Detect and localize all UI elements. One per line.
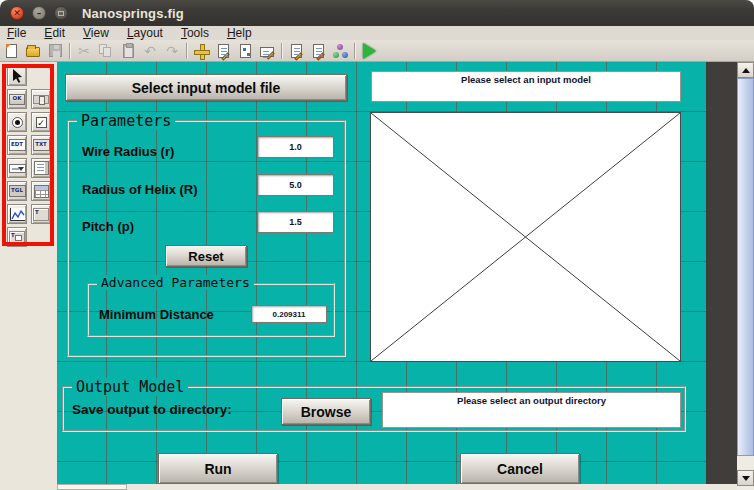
edit-text-tool-button[interactable]: EDT xyxy=(7,135,27,155)
menu-view[interactable]: View xyxy=(74,26,118,40)
tab-order-editor-icon[interactable] xyxy=(234,41,256,61)
up-arrow-icon xyxy=(742,68,750,73)
save-output-label: Save output to directory: xyxy=(72,402,232,417)
listbox-icon xyxy=(34,161,49,175)
layout-canvas: Select input model file Please select an… xyxy=(57,62,706,490)
save-figure-icon[interactable] xyxy=(44,41,66,61)
horizontal-scrollbar[interactable] xyxy=(57,484,737,490)
down-arrow-icon xyxy=(742,476,750,481)
browse-button[interactable]: Browse xyxy=(281,398,371,425)
run-icon[interactable] xyxy=(358,41,380,61)
reset-button[interactable]: Reset xyxy=(165,245,247,267)
pitch-input[interactable] xyxy=(257,211,334,233)
pitch-label: Pitch (p) xyxy=(82,219,134,234)
advanced-parameters-title: Advanced Parameters xyxy=(97,275,254,290)
toolbar-separator xyxy=(354,43,355,59)
cursor-arrow-icon xyxy=(11,69,24,83)
panel-tool-button[interactable]: T xyxy=(31,204,51,224)
close-icon[interactable]: ✕ xyxy=(10,6,24,20)
wire-radius-label: Wire Radius (r) xyxy=(82,144,174,159)
copy-icon[interactable] xyxy=(95,41,117,61)
menu-layout[interactable]: Layout xyxy=(118,26,172,40)
table-icon xyxy=(34,185,49,198)
popup-menu-icon xyxy=(9,164,26,173)
scroll-down-button[interactable] xyxy=(737,470,754,486)
run-button[interactable]: Run xyxy=(158,453,278,484)
menu-edit[interactable]: Edit xyxy=(35,26,74,40)
checkbox-icon: ✓ xyxy=(36,117,47,128)
preview-axes[interactable] xyxy=(370,112,681,362)
advanced-parameters-panel: Advanced Parameters Minimum Distance xyxy=(87,283,335,337)
helix-radius-input[interactable] xyxy=(257,174,334,196)
minimum-distance-label: Minimum Distance xyxy=(99,307,214,322)
check-box-tool-button[interactable]: ✓ xyxy=(31,112,51,132)
select-tool-button[interactable] xyxy=(7,66,27,86)
table-tool-button[interactable] xyxy=(31,181,51,201)
static-text-tool-button[interactable]: TXT xyxy=(31,135,51,155)
window-title: Nanosprings.fig xyxy=(82,6,184,21)
radio-icon xyxy=(12,117,23,128)
toolbar-separator xyxy=(281,43,282,59)
radio-button-tool-button[interactable] xyxy=(7,112,27,132)
menu-file[interactable]: File xyxy=(0,26,35,40)
offcanvas-area xyxy=(706,62,737,490)
undo-icon[interactable]: ↶ xyxy=(139,41,161,61)
cut-icon[interactable]: ✂ xyxy=(73,41,95,61)
input-model-status-text: Please select an input model xyxy=(371,71,681,102)
guide-window: ✕ – Nanosprings.fig File Edit View Layou… xyxy=(0,0,754,490)
popup-menu-tool-button[interactable] xyxy=(7,158,27,178)
redo-icon[interactable]: ↷ xyxy=(161,41,183,61)
toolbar-separator xyxy=(69,43,70,59)
cancel-button[interactable]: Cancel xyxy=(460,453,580,484)
vertical-scrollbar[interactable] xyxy=(737,62,754,490)
toolbar: ✂ ↶ ↷ xyxy=(0,40,754,62)
palette-spacer xyxy=(31,66,51,86)
toolbar-separator xyxy=(186,43,187,59)
horizontal-scrollbar-thumb[interactable] xyxy=(57,484,127,490)
paste-icon[interactable] xyxy=(117,41,139,61)
listbox-tool-button[interactable] xyxy=(31,158,51,178)
property-inspector-icon[interactable] xyxy=(307,41,329,61)
titlebar: ✕ – Nanosprings.fig xyxy=(0,0,754,26)
menu-editor-icon[interactable] xyxy=(212,41,234,61)
open-figure-icon[interactable] xyxy=(22,41,44,61)
mfile-editor-icon[interactable] xyxy=(285,41,307,61)
output-model-panel: Output Model Save output to directory: B… xyxy=(62,386,686,432)
scroll-up-button[interactable] xyxy=(737,62,754,78)
button-group-tool-button[interactable]: T xyxy=(7,227,27,247)
minimize-icon[interactable]: – xyxy=(32,6,46,20)
minimum-distance-input[interactable] xyxy=(251,305,327,323)
helix-radius-label: Radius of Helix (R) xyxy=(82,182,198,197)
slider-tool-button[interactable] xyxy=(31,89,51,109)
menubar: File Edit View Layout Tools Help xyxy=(0,26,754,40)
push-button-tool-button[interactable]: OK xyxy=(7,89,27,109)
output-model-title: Output Model xyxy=(72,378,188,396)
object-browser-icon[interactable] xyxy=(329,41,351,61)
output-directory-status-text: Please select an output directory xyxy=(382,392,681,428)
align-objects-icon[interactable] xyxy=(190,41,212,61)
wire-radius-input[interactable] xyxy=(257,136,334,158)
axes-tool-button[interactable] xyxy=(7,204,27,224)
parameters-panel: Parameters Wire Radius (r) Radius of Hel… xyxy=(67,120,346,357)
new-figure-icon[interactable] xyxy=(0,41,22,61)
menu-tools[interactable]: Tools xyxy=(172,26,218,40)
vertical-scrollbar-thumb[interactable] xyxy=(737,78,754,456)
select-input-model-button[interactable]: Select input model file xyxy=(65,74,347,101)
axes-icon xyxy=(10,208,25,221)
axes-placeholder-cross xyxy=(371,113,680,361)
component-palette: OK ✓ EDT TXT TGL T T xyxy=(0,62,57,490)
slider-icon xyxy=(33,95,49,104)
menu-help[interactable]: Help xyxy=(218,26,261,40)
toolbar-editor-icon[interactable] xyxy=(256,41,278,61)
parameters-panel-title: Parameters xyxy=(77,112,175,130)
toggle-button-tool-button[interactable]: TGL xyxy=(7,181,27,201)
maximize-icon[interactable] xyxy=(54,6,68,20)
